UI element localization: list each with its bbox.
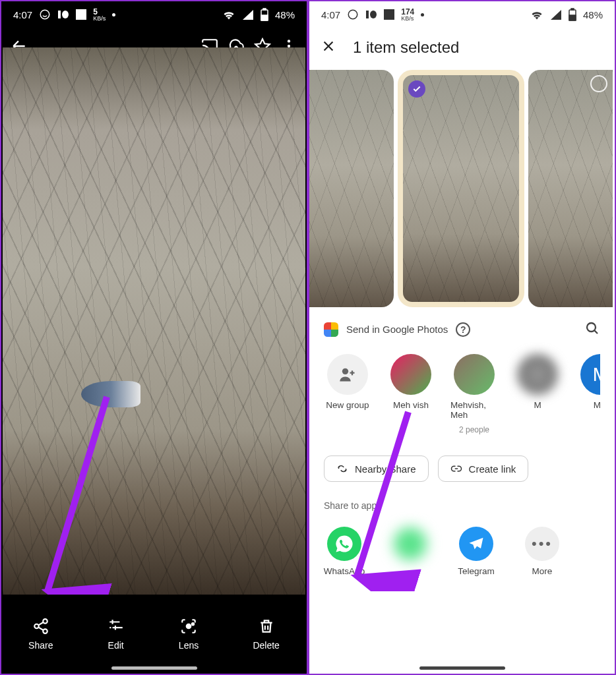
svg-rect-16 — [366, 11, 369, 18]
close-button[interactable] — [321, 39, 336, 56]
svg-rect-17 — [370, 11, 377, 18]
gesture-bar — [111, 666, 197, 670]
svg-point-12 — [43, 629, 47, 633]
avatar — [390, 354, 431, 395]
chip-row: Nearby Share Create link — [324, 450, 600, 495]
more-apps-button[interactable]: ••• More — [522, 527, 563, 576]
wifi-icon — [530, 9, 543, 20]
svg-point-0 — [40, 10, 49, 19]
blurred-app-icon — [393, 527, 427, 561]
photo-viewer-screen: 4:07 5KB/s 48% — [0, 0, 308, 675]
dot-icon — [112, 13, 115, 16]
id-icon — [365, 10, 377, 19]
svg-point-22 — [587, 323, 596, 332]
thumbnail-prev[interactable] — [309, 70, 394, 307]
svg-rect-5 — [263, 9, 266, 10]
svg-rect-20 — [571, 9, 574, 10]
photo-bottom-bar: Share Edit Lens Delete — [1, 595, 307, 674]
svg-rect-3 — [76, 9, 86, 20]
send-in-photos-row: Send in Google Photos ? — [324, 320, 600, 338]
share-button[interactable]: Share — [28, 618, 53, 651]
search-icon[interactable] — [584, 320, 600, 338]
edit-button[interactable]: Edit — [108, 618, 125, 651]
battery-percent: 48% — [275, 9, 295, 20]
avatar: M — [580, 354, 600, 395]
gesture-bar — [419, 666, 505, 670]
more-icon: ••• — [525, 527, 559, 561]
svg-rect-6 — [261, 15, 268, 20]
svg-point-10 — [43, 619, 47, 624]
bird-subject — [81, 381, 140, 407]
wifi-icon — [222, 9, 235, 20]
delete-button[interactable]: Delete — [253, 618, 279, 651]
svg-rect-18 — [384, 9, 394, 20]
svg-point-15 — [348, 10, 357, 19]
contact-mehvish[interactable]: Meh vish — [387, 354, 435, 434]
contact-group[interactable]: Mehvish, Meh 2 people — [450, 354, 498, 434]
dot-icon — [421, 13, 424, 16]
contact-mm[interactable]: M MM — [577, 354, 600, 434]
signal-icon — [550, 9, 562, 20]
share-sheet-screen: 4:07 174KB/s 48% 1 item selected — [308, 0, 616, 675]
svg-rect-21 — [569, 15, 576, 20]
svg-point-23 — [342, 368, 348, 374]
new-group-icon — [327, 354, 368, 395]
svg-point-13 — [187, 624, 191, 629]
thumbnail-row[interactable] — [309, 67, 615, 310]
battery-icon — [261, 8, 268, 21]
svg-point-14 — [192, 623, 194, 625]
telegram-icon — [459, 527, 493, 561]
photo-viewport[interactable] — [3, 47, 305, 595]
clock: 4:07 — [321, 9, 340, 20]
contact-blurred[interactable]: M — [514, 354, 561, 434]
send-in-photos-label: Send in Google Photos — [346, 324, 448, 335]
svg-point-7 — [288, 40, 290, 42]
svg-rect-1 — [58, 11, 61, 18]
thumbnail-next[interactable] — [528, 70, 613, 307]
unchecked-icon — [590, 75, 607, 92]
selection-header: 1 item selected — [309, 28, 615, 67]
clock: 4:07 — [13, 9, 32, 20]
selection-title: 1 item selected — [353, 38, 459, 57]
telegram-button[interactable]: Telegram — [456, 527, 497, 576]
whatsapp-icon — [327, 527, 361, 561]
new-group-button[interactable]: New group — [324, 354, 371, 434]
app-blurred[interactable] — [390, 527, 431, 576]
square-icon — [76, 9, 86, 20]
share-to-apps-label: Share to apps — [324, 495, 600, 516]
whatsapp-status-icon — [39, 9, 51, 20]
whatsapp-status-icon — [347, 9, 359, 20]
help-icon[interactable]: ? — [456, 322, 470, 337]
apps-row: WhatsApp Telegram ••• More — [324, 516, 600, 587]
thumbnail-selected[interactable] — [398, 70, 524, 307]
lens-button[interactable]: Lens — [179, 618, 199, 651]
svg-point-11 — [34, 624, 39, 629]
battery-percent: 48% — [583, 9, 603, 20]
check-icon — [408, 80, 425, 98]
create-link-button[interactable]: Create link — [438, 455, 529, 482]
svg-rect-2 — [62, 11, 69, 18]
avatar — [517, 354, 558, 395]
contacts-row[interactable]: New group Meh vish Mehvish, Meh 2 people… — [324, 338, 600, 450]
id-icon — [57, 10, 69, 19]
google-photos-logo-icon — [324, 322, 338, 337]
data-rate: 5KB/s — [93, 8, 106, 22]
whatsapp-button[interactable]: WhatsApp — [324, 527, 365, 576]
status-bar: 4:07 174KB/s 48% — [309, 1, 615, 28]
share-section: Send in Google Photos ? New group Meh vi… — [309, 310, 615, 587]
square-icon — [384, 9, 394, 20]
battery-icon — [569, 8, 576, 21]
status-bar: 4:07 5KB/s 48% — [1, 1, 307, 28]
signal-icon — [242, 9, 254, 20]
avatar — [454, 354, 495, 395]
nearby-share-button[interactable]: Nearby Share — [324, 455, 429, 482]
data-rate: 174KB/s — [401, 8, 414, 22]
